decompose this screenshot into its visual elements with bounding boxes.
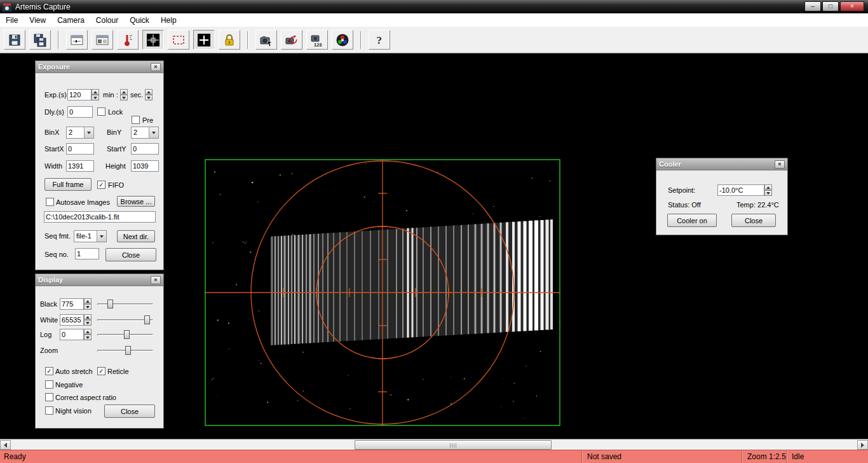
full-frame-button[interactable]: Full frame <box>44 178 92 191</box>
exp-input[interactable] <box>67 89 92 100</box>
black-input[interactable] <box>60 298 84 310</box>
help-icon: ? <box>372 33 386 47</box>
chevron-down-icon <box>84 127 93 138</box>
help-button[interactable]: ? <box>369 30 390 50</box>
display-dialog-icon <box>95 33 109 47</box>
exposure-dialog-body: Exp.(s) min : sec. Dly.(s) Lock Pre BinX… <box>36 73 163 269</box>
exposure-close-button[interactable]: Close <box>105 248 156 261</box>
artemis-capture-window: Artemis Capture – □ × FileViewCameraColo… <box>0 0 868 463</box>
scrollbar-thumb[interactable] <box>355 440 552 450</box>
sec-spinner[interactable] <box>145 89 153 100</box>
cooler-dialog: Cooler × Setpoint: Status: Off Temp: 22.… <box>656 158 788 235</box>
log-spinner[interactable] <box>84 329 92 340</box>
display-close-button[interactable]: Close <box>104 404 155 418</box>
binx-label: BinX <box>44 128 59 136</box>
pre-checkbox[interactable] <box>132 116 140 124</box>
setpoint-spinner[interactable] <box>764 184 772 196</box>
black-slider[interactable] <box>97 299 153 309</box>
subframe-button[interactable] <box>168 30 189 50</box>
min-spinner[interactable] <box>120 89 128 100</box>
capture-sequence-button[interactable]: 123 <box>306 30 328 50</box>
cooler-on-button[interactable]: Cooler on <box>667 214 717 227</box>
white-slider-thumb[interactable] <box>144 315 150 324</box>
captured-image[interactable] <box>205 159 560 426</box>
reticle-toggle-icon <box>197 33 211 47</box>
svg-text:123: 123 <box>314 42 322 47</box>
save-button[interactable] <box>4 30 25 50</box>
menu-item-help[interactable]: Help <box>155 13 182 27</box>
seq-fmt-select[interactable]: file-1 <box>74 230 107 242</box>
startx-input[interactable] <box>66 143 94 155</box>
exposure-dialog-titlebar[interactable]: Exposure × <box>36 61 163 73</box>
capture-loop-button[interactable] <box>281 30 302 50</box>
log-input[interactable] <box>60 329 84 340</box>
capture-single-button[interactable] <box>255 30 277 50</box>
subframe-icon <box>172 33 186 47</box>
binx-select[interactable]: 2 <box>66 127 94 139</box>
correct-aspect-checkbox[interactable] <box>45 393 53 401</box>
save-all-button[interactable] <box>29 30 51 50</box>
reticle-toggle-button[interactable] <box>193 30 215 50</box>
black-slider-thumb[interactable] <box>107 300 113 308</box>
titlebar[interactable]: Artemis Capture – □ × <box>0 0 868 13</box>
zoom-slider-thumb[interactable] <box>125 346 131 355</box>
log-slider-thumb[interactable] <box>124 330 130 339</box>
scrollbar-grip <box>450 443 456 448</box>
close-icon[interactable]: × <box>151 276 161 284</box>
fifo-checkbox[interactable]: ✓ <box>97 181 105 189</box>
horizontal-scrollbar[interactable] <box>0 439 868 450</box>
scroll-left-button[interactable] <box>0 440 11 450</box>
display-dialog-titlebar[interactable]: Display × <box>36 274 163 286</box>
lock-button[interactable] <box>219 30 240 50</box>
width-input[interactable] <box>66 160 94 172</box>
lock-checkbox[interactable] <box>97 107 105 116</box>
scroll-right-button[interactable] <box>857 440 868 450</box>
setpoint-input[interactable] <box>717 184 764 196</box>
zoom-slider[interactable] <box>97 345 153 356</box>
autosave-checkbox[interactable] <box>46 198 54 206</box>
seq-no-label: Seq no. <box>44 251 69 258</box>
night-vision-checkbox[interactable] <box>45 406 53 415</box>
biny-select[interactable]: 2 <box>131 127 159 139</box>
autosave-path-input[interactable] <box>44 211 156 223</box>
cooler-dialog-button[interactable] <box>117 30 139 50</box>
exposure-dialog-button[interactable] <box>66 30 88 50</box>
menu-item-colour[interactable]: Colour <box>90 13 124 27</box>
white-slider[interactable] <box>97 315 153 325</box>
cooler-dialog-titlebar[interactable]: Cooler × <box>656 158 787 170</box>
display-dialog-button[interactable] <box>92 30 113 50</box>
negative-checkbox[interactable] <box>45 380 53 389</box>
menu-item-camera[interactable]: Camera <box>51 13 90 27</box>
auto-stretch-checkbox[interactable]: ✓ <box>45 367 53 375</box>
starty-label: StartY <box>107 145 126 153</box>
thermometer-icon <box>121 33 135 47</box>
colour-wheel-button[interactable] <box>332 30 353 50</box>
maximize-button[interactable]: □ <box>822 1 839 11</box>
startx-label: StartX <box>44 145 64 153</box>
reticle-checkbox[interactable]: ✓ <box>97 367 105 375</box>
white-input[interactable] <box>60 314 84 326</box>
close-button[interactable]: × <box>840 1 864 11</box>
next-dir-button[interactable]: Next dir. <box>117 230 155 242</box>
white-spinner[interactable] <box>84 314 92 326</box>
starty-input[interactable] <box>131 143 159 155</box>
dly-input[interactable] <box>67 106 93 118</box>
menu-item-view[interactable]: View <box>24 13 51 27</box>
menu-item-file[interactable]: File <box>0 13 24 27</box>
seq-no-input[interactable] <box>75 248 99 259</box>
crosshair-toggle-button[interactable] <box>142 30 164 50</box>
minimize-button[interactable]: – <box>804 1 821 11</box>
close-icon[interactable]: × <box>151 63 161 71</box>
menu-item-quick[interactable]: Quick <box>124 13 155 27</box>
cooler-close-button[interactable]: Close <box>731 214 776 227</box>
black-spinner[interactable] <box>84 298 92 310</box>
save-icon <box>8 33 22 47</box>
close-icon[interactable]: × <box>775 160 785 169</box>
browse-button[interactable]: Browse ... <box>117 196 155 207</box>
capture-single-icon <box>259 33 273 47</box>
height-input[interactable] <box>131 160 159 172</box>
exposure-dialog-title: Exposure <box>38 63 70 71</box>
exposure-dialog-icon <box>70 33 84 47</box>
exp-spinner[interactable] <box>92 89 99 100</box>
log-slider[interactable] <box>97 329 153 340</box>
